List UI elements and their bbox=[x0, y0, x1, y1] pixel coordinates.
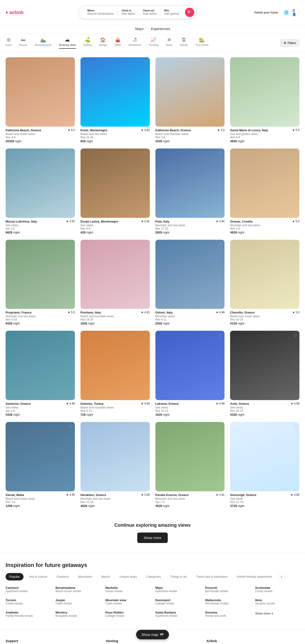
destination-item[interactable]: Paso Robles Cottage rentals bbox=[105, 611, 150, 618]
category-omg[interactable]: 🎪 OMG! bbox=[114, 37, 121, 49]
favorite-button[interactable]: ♡ bbox=[144, 333, 147, 338]
listing-card[interactable]: ♡ Massa Lubrense, Italy ★ 4.92 Sea views… bbox=[5, 148, 75, 234]
destination-item[interactable]: Mountain view Cabin rentals bbox=[105, 598, 150, 605]
inspiration-tab[interactable]: Travel tips & inspiration bbox=[192, 573, 231, 580]
listing-card[interactable]: ♡ Propriano, France ★ 5.0 Mountain and s… bbox=[5, 240, 75, 325]
destination-item[interactable]: Jasper Cabin rentals bbox=[56, 598, 100, 605]
destination-item[interactable]: Mijas Apartment rentals bbox=[155, 586, 200, 593]
favorite-button[interactable]: ♡ bbox=[293, 333, 297, 338]
favorite-button[interactable]: ♡ bbox=[219, 424, 222, 430]
listing-card[interactable]: ♡ Orasac, Croatia ★ 5.0 Mountain and sea… bbox=[230, 148, 300, 234]
search-button[interactable]: 🔍 bbox=[185, 8, 194, 17]
destination-item[interactable]: Montery Bungalow rentals bbox=[56, 611, 100, 618]
destination-item[interactable]: Mallacoota Pet-friendly rentals bbox=[205, 598, 250, 605]
listing-rating: ★ 4.98 bbox=[216, 402, 225, 405]
listing-card[interactable]: ♡ Chorefto, Greece ★ 5.0 Beach and ocean… bbox=[230, 240, 300, 325]
listing-card[interactable]: ♡ Positano, Italy ★ 4.91 Beach and mount… bbox=[80, 240, 150, 325]
listing-card[interactable]: ♡ Ostuni, Italy ★ 4.98 Mountain views No… bbox=[155, 240, 225, 325]
listing-card[interactable]: ♡ Kotor, Montenegro ★ 4.83 Beach and sea… bbox=[80, 57, 150, 143]
experiences-tab[interactable]: Experiences bbox=[151, 27, 170, 32]
listing-card[interactable]: ♡ Imerovigli, Greece ★ 4.89 Sea views No… bbox=[230, 422, 300, 508]
where-section[interactable]: Where Search destinations bbox=[83, 9, 118, 15]
favorite-button[interactable]: ♡ bbox=[144, 60, 147, 65]
inspiration-tab[interactable]: Mountains bbox=[74, 573, 96, 580]
category-design[interactable]: 🏠 Design bbox=[99, 37, 107, 49]
favorite-button[interactable]: ♡ bbox=[293, 424, 297, 430]
listing-card[interactable]: ♡ Santorini, Greece ★ 4.96 Sea views Apr… bbox=[5, 331, 75, 416]
destination-item[interactable]: Santa Barbara Apartment rentals bbox=[155, 611, 200, 618]
favorite-button[interactable]: ♡ bbox=[144, 242, 147, 247]
stays-tab[interactable]: Stays bbox=[135, 27, 144, 32]
listing-card[interactable]: ♡ Donja Lastva, Montenegro ★ 4.91 Sea vi… bbox=[80, 148, 150, 234]
category-icons[interactable]: ⊞ Icons bbox=[5, 37, 12, 49]
destination-item[interactable]: Ibiza Vacation rentals bbox=[255, 598, 300, 605]
favorite-button[interactable]: ♡ bbox=[293, 151, 297, 156]
favorite-button[interactable]: ♡ bbox=[219, 60, 222, 65]
filters-button[interactable]: ⚙ Filters bbox=[280, 39, 300, 47]
inspiration-tab[interactable]: Things to do bbox=[166, 573, 191, 580]
destination-item[interactable]: Tucson Condo rentals bbox=[5, 598, 50, 605]
listing-card[interactable]: ♡ Santa Marie di Leuca, Italy ★ 5.0 Sea … bbox=[230, 57, 300, 143]
favorite-button[interactable]: ♡ bbox=[69, 60, 73, 65]
favorite-button[interactable]: ♡ bbox=[293, 242, 297, 247]
favorite-button[interactable]: ♡ bbox=[144, 424, 147, 430]
menu-button[interactable]: ☰ 👤 bbox=[292, 8, 300, 16]
favorite-button[interactable]: ♡ bbox=[219, 242, 222, 247]
listing-card[interactable]: ♡ Lakonia, Greece ★ 4.98 Sea views Nov 1… bbox=[155, 331, 225, 416]
destination-item[interactable]: Sonoma Rental and pools bbox=[205, 611, 250, 618]
listing-card[interactable]: ♡ Kathisma Beach, Greece ★ 5.0 Beach and… bbox=[155, 57, 225, 143]
listing-card[interactable]: ♡ Kathisma Beach, Greece ★ 5.0 Beach and… bbox=[5, 57, 75, 143]
destination-item[interactable]: Benalmadena Beach house rentals bbox=[56, 586, 100, 593]
inspiration-tab[interactable]: Popular bbox=[5, 573, 23, 580]
checkin-section[interactable]: Check in Add dates bbox=[118, 9, 139, 15]
show-more-button[interactable]: Show more bbox=[137, 532, 168, 543]
destination-item[interactable]: Prescott pet-friendly rentals bbox=[205, 586, 250, 593]
category-islands[interactable]: 🏝 Islands bbox=[180, 37, 188, 49]
listing-card[interactable]: ♡ Areti, Greece ★ 4.99 Sea views Nov 10-… bbox=[230, 331, 300, 416]
listing-location: Areti, Greece bbox=[230, 402, 249, 406]
favorite-button[interactable]: ♡ bbox=[69, 242, 73, 247]
show-map-button[interactable]: Show map 🗺 bbox=[136, 630, 169, 639]
language-selector[interactable]: 🌐 bbox=[283, 8, 290, 16]
destination-item[interactable]: Devonport Cottage rentals bbox=[155, 598, 200, 605]
listing-card[interactable]: ♡ Pula, Italy ★ 4.94 Mountain and sea vi… bbox=[155, 148, 225, 234]
favorite-button[interactable]: ♡ bbox=[69, 424, 73, 430]
category-amazing-views[interactable]: ⛰ Amazing views bbox=[59, 37, 76, 49]
category-beachfront[interactable]: 🏖 Beachfront bbox=[129, 37, 141, 49]
favorite-button[interactable]: ♡ bbox=[69, 333, 73, 338]
listing-card[interactable]: ♡ Xlendi, Malta ★ 4.95 Beach and ocean v… bbox=[5, 422, 75, 508]
category-tiny-homes[interactable]: 🏡 Tiny homes bbox=[195, 37, 208, 49]
category-trending[interactable]: 📈 Trending bbox=[148, 37, 158, 49]
category-amazing-pools[interactable]: 🏊 Amazing pools bbox=[35, 37, 51, 49]
logo[interactable]: ♦ airbnb bbox=[5, 10, 23, 15]
listing-card[interactable]: ♡ Heraklion, Greece ★ 5.00 Mountain and … bbox=[80, 422, 150, 508]
category-arctic[interactable]: ❄ Arctic bbox=[166, 37, 172, 49]
listing-card[interactable]: ♡ Gelemis, Turkey ★ 4.89 Beach and mount… bbox=[80, 331, 150, 416]
who-section[interactable]: Who Add guests bbox=[160, 9, 183, 15]
listing-card[interactable]: ♡ Paralia Kourna, Greece ★ 4.91 Mountain… bbox=[155, 422, 225, 508]
favorite-button[interactable]: ♡ bbox=[219, 151, 222, 156]
checkout-section[interactable]: Check out Add dates bbox=[139, 9, 161, 15]
inspiration-tab[interactable]: Beach bbox=[98, 573, 114, 580]
destination-item[interactable]: Canmore Apartment rentals bbox=[5, 586, 50, 593]
inspiration-tab[interactable]: Unique stays bbox=[116, 573, 141, 580]
favorite-button[interactable]: ♡ bbox=[219, 333, 222, 338]
destination-item[interactable]: Scottsdale Condo rentals bbox=[255, 586, 300, 593]
listing-header: Chorefto, Greece ★ 5.0 bbox=[230, 311, 300, 314]
destination-item[interactable]: Anaheim Family-friendly rentals bbox=[5, 611, 50, 618]
inspiration-tab[interactable]: Outdoors bbox=[53, 573, 73, 580]
inspiration-tabs-arrow[interactable]: › bbox=[278, 573, 285, 580]
inspiration-tab[interactable]: Categories bbox=[142, 573, 164, 580]
destination-item[interactable]: Marbella House rentals bbox=[105, 586, 150, 593]
destination-item[interactable]: Show more ∨ bbox=[255, 611, 300, 618]
favorite-button[interactable]: ♡ bbox=[293, 60, 297, 65]
category-golfing[interactable]: ⛳ Golfing bbox=[83, 37, 92, 49]
favorite-button[interactable]: ♡ bbox=[69, 151, 73, 156]
favorite-button[interactable]: ♡ bbox=[144, 151, 147, 156]
inspiration-tab[interactable]: Arts & culture bbox=[25, 573, 51, 580]
category-rooms[interactable]: 🛏 Rooms bbox=[19, 37, 27, 49]
inspiration-tab[interactable]: Airbnb-friendly apartments bbox=[233, 573, 276, 580]
show-more-inspiration[interactable]: Show more ∨ bbox=[255, 612, 300, 615]
airbnb-home-button[interactable]: Airbnb your home bbox=[251, 9, 281, 16]
destination-type: pet-friendly rentals bbox=[205, 590, 250, 593]
